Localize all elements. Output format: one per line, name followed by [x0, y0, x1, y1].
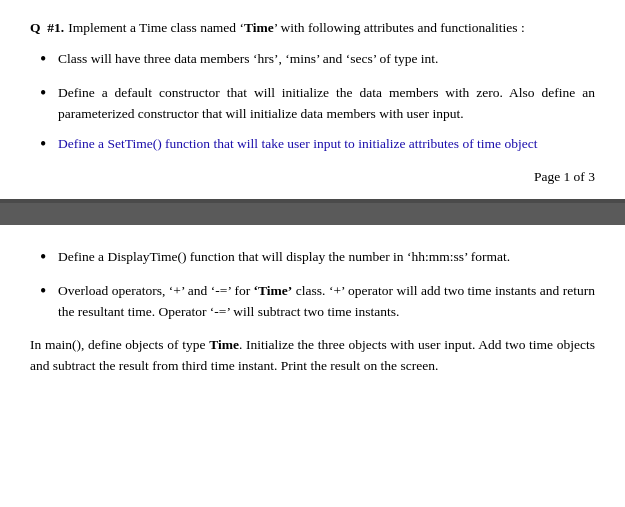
bullet-text-5: Overload operators, ‘+’ and ‘-=’ for ‘Ti…: [58, 281, 595, 323]
top-bullet-list: • Class will have three data members ‘hr…: [40, 49, 595, 159]
list-item: • Define a DisplayTime() function that w…: [40, 247, 595, 272]
page-number: Page 1 of 3: [30, 169, 595, 185]
list-item: • Define a default constructor that will…: [40, 83, 595, 125]
main-paragraph: In main(), define objects of type Time. …: [30, 335, 595, 377]
page-number-text: Page 1 of 3: [534, 169, 595, 184]
bullet-dot-3: •: [40, 131, 58, 159]
bullet-dot-4: •: [40, 244, 58, 272]
question-text: Implement a Time class named ‘Time’ with…: [68, 18, 525, 39]
bullet-dot-1: •: [40, 46, 58, 74]
question-label: Q #1.: [30, 18, 64, 39]
top-page-section: Q #1. Implement a Time class named ‘Time…: [0, 0, 625, 203]
bottom-bullet-list: • Define a DisplayTime() function that w…: [40, 247, 595, 324]
bullet-dot-2: •: [40, 80, 58, 108]
list-item: • Define a SetTime() function that will …: [40, 134, 595, 159]
bullet-dot-5: •: [40, 278, 58, 306]
bottom-page-section: • Define a DisplayTime() function that w…: [0, 225, 625, 396]
bullet-text-4: Define a DisplayTime() function that wil…: [58, 247, 595, 268]
list-item: • Class will have three data members ‘hr…: [40, 49, 595, 74]
bullet-text-3: Define a SetTime() function that will ta…: [58, 134, 595, 155]
bullet-text-1: Class will have three data members ‘hrs’…: [58, 49, 595, 70]
question-header: Q #1. Implement a Time class named ‘Time…: [30, 18, 595, 39]
bullet-text-2: Define a default constructor that will i…: [58, 83, 595, 125]
list-item: • Overload operators, ‘+’ and ‘-=’ for ‘…: [40, 281, 595, 323]
page-divider: [0, 203, 625, 225]
